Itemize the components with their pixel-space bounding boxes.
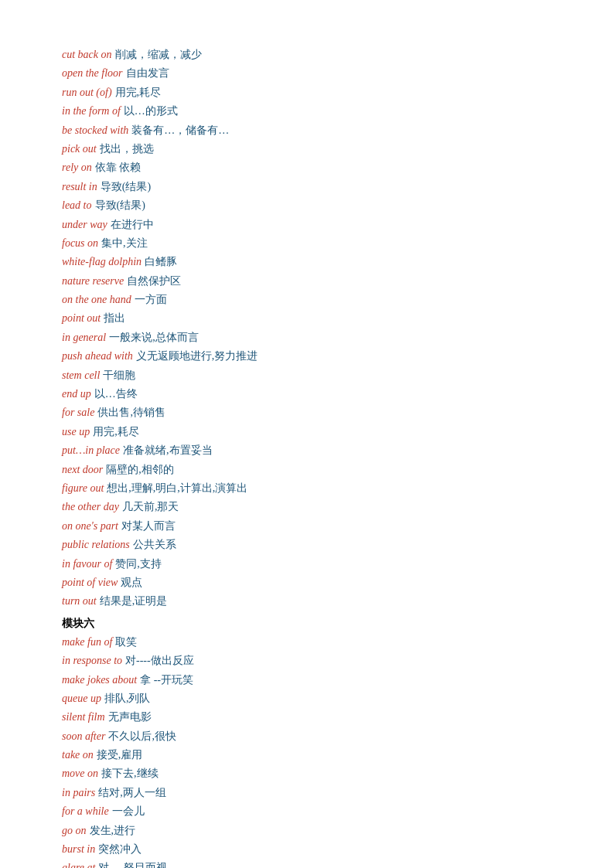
vocab-item: open the floor自由发言: [62, 65, 552, 82]
vocab-phrase: under way: [62, 216, 107, 233]
vocab-phrase: focus on: [62, 235, 98, 252]
vocab-item: white-flag dolphin白鳍豚: [62, 254, 552, 271]
vocab-item: in the form of以…的形式: [62, 103, 552, 120]
vocab-phrase: lead to: [62, 197, 92, 214]
vocab-meaning: 依靠 依赖: [95, 159, 142, 176]
vocab-meaning: 干细胞: [103, 367, 135, 384]
vocab-item: make jokes about拿 --开玩笑: [62, 672, 552, 689]
vocab-phrase: glare at: [62, 859, 95, 868]
vocab-item: silent film无声电影: [62, 709, 552, 726]
vocab-phrase: point out: [62, 310, 101, 327]
vocab-item: the other day几天前,那天: [62, 499, 552, 516]
vocab-phrase: in response to: [62, 652, 122, 669]
vocab-item: rely on依靠 依赖: [62, 159, 552, 176]
vocab-meaning: 对----做出反应: [125, 652, 194, 669]
vocab-phrase: white-flag dolphin: [62, 254, 142, 271]
vocab-item: on the one hand一方面: [62, 291, 552, 308]
vocab-phrase: run out (of): [62, 84, 112, 101]
vocab-item: under way在进行中: [62, 216, 552, 233]
vocab-item: be stocked with装备有…，储备有…: [62, 122, 552, 139]
vocab-meaning: 自然保护区: [127, 273, 181, 290]
vocab-meaning: 以…告终: [94, 386, 138, 403]
vocab-meaning: 不久以后,很快: [108, 728, 176, 745]
vocab-phrase: make fun of: [62, 634, 112, 651]
vocab-phrase: stem cell: [62, 367, 100, 384]
vocab-meaning: 取笑: [115, 634, 137, 651]
vocab-meaning: 排队,列队: [104, 690, 151, 707]
vocab-item: cut back on削减，缩减，减少: [62, 46, 552, 63]
vocab-meaning: 发生,进行: [90, 822, 136, 839]
vocab-meaning: 削减，缩减，减少: [115, 46, 202, 63]
vocab-item: point out指出: [62, 310, 552, 327]
vocab-item: in response to对----做出反应: [62, 652, 552, 669]
vocab-meaning: 以…的形式: [124, 103, 178, 120]
vocab-meaning: 突然冲入: [98, 841, 142, 858]
vocab-phrase: in pairs: [62, 785, 95, 802]
vocab-phrase: in general: [62, 329, 106, 346]
vocab-item: in general一般来说,总体而言: [62, 329, 552, 346]
vocab-phrase: for a while: [62, 803, 109, 820]
vocab-item: stem cell干细胞: [62, 367, 552, 384]
vocab-phrase: on one's part: [62, 518, 118, 535]
section-title: 模块六: [62, 617, 552, 631]
vocab-meaning: 无声电影: [108, 709, 152, 726]
vocab-phrase: rely on: [62, 159, 92, 176]
vocab-item: nature reserve自然保护区: [62, 273, 552, 290]
vocab-meaning: 结果是,证明是: [100, 593, 168, 610]
vocab-meaning: 隔壁的,相邻的: [106, 461, 174, 478]
vocab-item: focus on集中,关注: [62, 235, 552, 252]
vocab-item: glare at对----怒目而视: [62, 859, 552, 868]
vocab-item: put…in place准备就绪,布置妥当: [62, 442, 552, 459]
vocab-item: go on发生,进行: [62, 822, 552, 839]
vocab-phrase: queue up: [62, 690, 101, 707]
vocab-item: for a while一会儿: [62, 803, 552, 820]
vocab-phrase: figure out: [62, 480, 104, 497]
vocab-meaning: 用完,耗尽: [115, 84, 162, 101]
vocab-item: lead to导致(结果): [62, 197, 552, 214]
vocab-item: use up用完,耗尽: [62, 424, 552, 441]
vocab-meaning: 观点: [121, 574, 142, 591]
vocab-item: in favour of赞同,支持: [62, 556, 552, 573]
vocab-phrase: for sale: [62, 404, 94, 421]
vocab-phrase: take on: [62, 747, 94, 764]
vocab-meaning: 白鳍豚: [145, 254, 177, 271]
vocab-meaning: 在进行中: [111, 216, 154, 233]
vocab-phrase: silent film: [62, 709, 105, 726]
vocab-meaning: 结对,两人一组: [98, 785, 166, 802]
vocab-item: make fun of取笑: [62, 634, 552, 651]
vocab-item: soon after不久以后,很快: [62, 728, 552, 745]
vocab-meaning: 对----怒目而视: [98, 859, 167, 868]
vocab-item: figure out想出,理解,明白,计算出,演算出: [62, 480, 552, 497]
vocab-phrase: point of view: [62, 574, 118, 591]
vocab-meaning: 接受,雇用: [97, 747, 143, 764]
vocab-phrase: turn out: [62, 593, 97, 610]
vocab-meaning: 用完,耗尽: [93, 424, 139, 441]
vocab-item: next door隔壁的,相邻的: [62, 461, 552, 478]
vocab-phrase: cut back on: [62, 46, 112, 63]
vocab-phrase: end up: [62, 386, 91, 403]
vocab-phrase: use up: [62, 424, 90, 441]
vocab-meaning: 拿 --开玩笑: [140, 672, 193, 689]
vocab-meaning: 接下去,继续: [101, 765, 159, 782]
vocab-meaning: 一方面: [135, 291, 167, 308]
vocab-item: queue up排队,列队: [62, 690, 552, 707]
vocab-phrase: in favour of: [62, 556, 112, 573]
vocab-meaning: 几天前,那天: [122, 499, 179, 516]
vocab-item: on one's part对某人而言: [62, 518, 552, 535]
vocab-phrase: result in: [62, 179, 97, 196]
vocab-item: turn out结果是,证明是: [62, 593, 552, 610]
vocab-item: public relations公共关系: [62, 536, 552, 553]
vocab-phrase: move on: [62, 765, 98, 782]
vocab-phrase: in the form of: [62, 103, 121, 120]
vocab-meaning: 找出，挑选: [100, 141, 154, 158]
vocab-meaning: 集中,关注: [101, 235, 148, 252]
vocab-list: cut back on削减，缩减，减少open the floor自由发言run…: [62, 46, 552, 868]
vocab-phrase: make jokes about: [62, 672, 137, 689]
vocab-meaning: 想出,理解,明白,计算出,演算出: [107, 480, 247, 497]
vocab-meaning: 指出: [104, 310, 125, 327]
vocab-meaning: 供出售,待销售: [97, 404, 165, 421]
vocab-item: for sale供出售,待销售: [62, 404, 552, 421]
vocab-meaning: 自由发言: [126, 65, 169, 82]
vocab-meaning: 准备就绪,布置妥当: [123, 442, 213, 459]
vocab-meaning: 导致(结果): [95, 197, 145, 214]
